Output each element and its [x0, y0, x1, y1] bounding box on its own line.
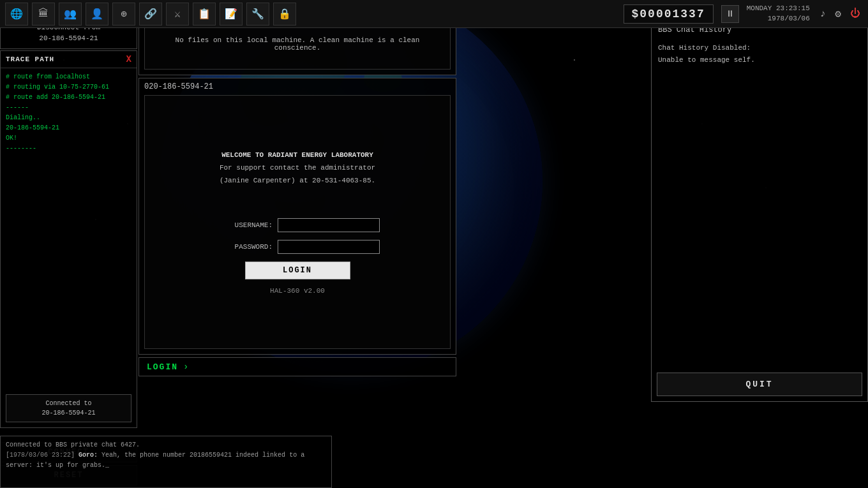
log-line-1: Connected to BBS private chat 6427.	[6, 440, 326, 450]
trace-path-close-button[interactable]: X	[126, 54, 131, 64]
log-line-2: [1978/03/06 23:22] Goro: Yeah, the phone…	[6, 450, 326, 461]
sword-icon[interactable]: ⚔	[166, 3, 189, 26]
bbs-quit-button[interactable]: QUIT	[657, 373, 862, 396]
lock-icon[interactable]: 🔒	[273, 3, 296, 26]
notepad-icon[interactable]: 📝	[220, 3, 243, 26]
datetime-display: MONDAY 23:23:15 1978/03/06	[747, 4, 810, 24]
clipboard-icon[interactable]: 📋	[193, 3, 216, 26]
username-row: USERNAME:	[215, 218, 380, 232]
crosshair-icon[interactable]: ⊕	[112, 3, 135, 26]
globe-icon[interactable]: 🌐	[5, 3, 28, 26]
login-arrow: ›	[183, 362, 188, 372]
wrench-icon[interactable]: 🔧	[246, 3, 269, 26]
usergroup-icon[interactable]: 👥	[59, 3, 82, 26]
remote-machine-content: WELCOME TO RADIANT ENERGY LABORATORY For…	[144, 95, 451, 349]
toolbar-action-icons: ♪ ⚙ ⏻	[818, 6, 863, 22]
log-line-3: server: it's up for grabs._	[6, 461, 326, 471]
left-panel: CURRENT OBJECTIVE ? Disconnect from 20-1…	[0, 0, 137, 428]
link-icon[interactable]: 🔗	[139, 3, 162, 26]
password-input[interactable]	[278, 240, 380, 254]
toolbar: 🌐 🏛 👥 👤 ⊕ 🔗 ⚔ 📋 📝 🔧 🔒 $00001337 ⏸ MONDAY…	[0, 0, 868, 28]
toolbar-right: $00001337 ⏸ MONDAY 23:23:15 1978/03/06 ♪…	[624, 4, 864, 24]
username-label: USERNAME:	[215, 221, 273, 229]
password-label: PASSWORD:	[215, 243, 273, 251]
money-display: $00001337	[624, 4, 714, 24]
login-button[interactable]: LOGIN	[245, 262, 350, 279]
bottom-log: Connected to BBS private chat 6427. [197…	[0, 436, 332, 488]
password-row: PASSWORD:	[215, 240, 380, 254]
login-status-text: LOGIN	[147, 362, 178, 372]
remote-machine-title: 020-186-5594-21	[139, 78, 456, 95]
power-icon[interactable]: ⏻	[848, 6, 863, 21]
building-icon[interactable]: 🏛	[32, 3, 55, 26]
bbs-chat-area: Chat History Disabled: Unable to message…	[652, 37, 867, 367]
settings-icon[interactable]: ⚙	[832, 6, 844, 22]
trace-path-box: TRACE PATH X # route from localhost # ro…	[0, 50, 137, 428]
music-icon[interactable]: ♪	[818, 7, 829, 21]
pause-button[interactable]: ⏸	[721, 5, 739, 23]
bbs-chat-panel: BBS-DM Chat / Goro X BBS Chat History Ch…	[651, 0, 868, 402]
toolbar-icons: 🌐 🏛 👥 👤 ⊕ 🔗 ⚔ 📋 📝 🔧 🔒	[5, 3, 624, 26]
welcome-message: WELCOME TO RADIANT ENERGY LABORATORY For…	[220, 149, 375, 187]
center-panel: Goro@localhost No files on this local ma…	[138, 0, 456, 376]
person-icon[interactable]: 👤	[86, 3, 108, 26]
connected-status: Connected to 20-186-5594-21	[6, 394, 131, 422]
trace-path-content: # route from localhost # routing via 10-…	[1, 68, 137, 389]
login-status-bar[interactable]: LOGIN ›	[138, 357, 456, 376]
trace-path-title: TRACE PATH	[6, 55, 54, 63]
trace-path-header: TRACE PATH X	[1, 51, 137, 68]
username-input[interactable]	[278, 218, 380, 232]
remote-machine-box: 020-186-5594-21 WELCOME TO RADIANT ENERG…	[138, 78, 456, 355]
hal-version: HAL-360 v2.00	[270, 287, 325, 295]
